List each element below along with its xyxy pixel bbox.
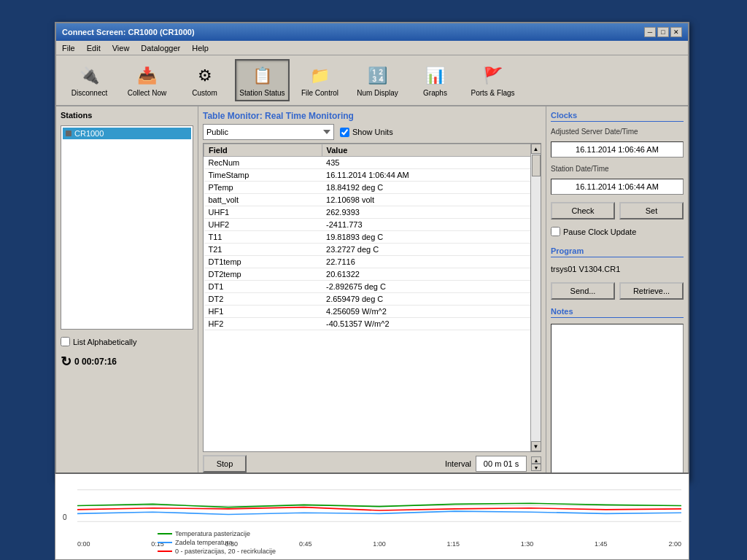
station-dot (66, 131, 71, 136)
scrollbar[interactable]: ▲ ▼ (530, 144, 541, 451)
pause-row: Pause Clock Update (551, 227, 684, 236)
value-cell: -2411.773 (322, 219, 540, 231)
legend-line (158, 551, 172, 552)
graph-legend: Temperatura pasterizacijeZadela temperat… (158, 530, 276, 556)
x-axis-label: 1:15 (446, 540, 460, 548)
clocks-title: Clocks (551, 111, 684, 122)
field-cell: RecNum (204, 157, 322, 169)
table-monitor-title: Table Monitor: Real Time Monitoring (203, 111, 541, 121)
field-cell: T11 (204, 231, 322, 244)
table-row: RecNum435 (204, 157, 541, 169)
clock-buttons: Check Set (551, 202, 684, 219)
send-button[interactable]: Send... (551, 282, 615, 300)
timer-display: 0 00:07:16 (74, 357, 117, 367)
x-axis-label: 1:45 (595, 540, 608, 548)
adjusted-clock-value: 16.11.2014 1:06:46 AM (551, 141, 684, 158)
value-cell: 20.61322 (322, 268, 540, 281)
pause-clock-checkbox[interactable] (551, 227, 560, 236)
table-select[interactable]: Public (203, 124, 334, 140)
value-cell: 12.10698 volt (322, 194, 540, 206)
value-cell: 262.9393 (322, 206, 540, 219)
field-cell: batt_volt (204, 194, 322, 206)
field-cell: UHF2 (204, 219, 322, 231)
table-row: T1119.81893 deg C (204, 231, 541, 244)
show-units-label: Show Units (340, 128, 393, 137)
scroll-down-button[interactable]: ▼ (531, 441, 541, 451)
spin-down-button[interactable]: ▼ (531, 464, 541, 471)
table-row: UHF2-2411.773 (204, 219, 541, 231)
retrieve-button[interactable]: Retrieve... (619, 282, 684, 300)
station-clock-label: Station Date/Time (551, 165, 684, 173)
file-control-icon: 📁 (309, 64, 332, 88)
value-header: Value (322, 144, 540, 157)
graph-area: 0 0:000:150:300:451:001:151:301:452:00 T… (55, 472, 689, 560)
maximize-button[interactable]: □ (657, 27, 669, 37)
field-cell: TimeStamp (204, 169, 322, 182)
spin-buttons: ▲ ▼ (531, 456, 541, 471)
scroll-up-button[interactable]: ▲ (531, 144, 541, 154)
check-button[interactable]: Check (551, 202, 615, 219)
graphs-button[interactable]: 📊 Graphs (408, 59, 462, 101)
num-display-button[interactable]: 🔢 Num Display (350, 59, 405, 101)
disconnect-icon: 🔌 (78, 64, 101, 88)
x-axis-label: 0:45 (299, 540, 312, 548)
data-table: Field Value RecNum435TimeStamp16.11.2014… (204, 144, 541, 330)
timer-row: ↻ 0 00:07:16 (61, 354, 193, 370)
field-cell: HF1 (204, 306, 322, 318)
menu-view[interactable]: View (109, 43, 133, 53)
notes-area[interactable] (551, 324, 684, 475)
custom-button[interactable]: ⚙ Custom (177, 59, 232, 101)
interval-input[interactable] (476, 456, 527, 472)
close-button[interactable]: ✕ (670, 27, 682, 37)
menu-edit[interactable]: Edit (84, 43, 104, 53)
legend-label: Zadela temperatura (175, 539, 233, 546)
legend-item: 0 - pasterizacijas, 20 - recirkulacije (158, 548, 276, 555)
ports-flags-button[interactable]: 🚩 Ports & Flags (465, 59, 520, 101)
field-cell: DT2temp (204, 268, 322, 281)
disconnect-button[interactable]: 🔌 Disconnect (62, 59, 117, 101)
sidebar-title: Stations (61, 111, 193, 120)
collect-now-button[interactable]: 📥 Collect Now (120, 59, 174, 101)
interval-label: Interval (445, 459, 471, 468)
value-cell: -40.51357 W/m^2 (322, 318, 540, 330)
station-item-cr1000[interactable]: CR1000 (63, 128, 191, 139)
field-cell: PTemp (204, 182, 322, 194)
table-row: DT2temp20.61322 (204, 268, 541, 281)
table-controls: Public Show Units (203, 124, 541, 140)
table-row: UHF1262.9393 (204, 206, 541, 219)
legend-line (158, 533, 172, 534)
menu-file[interactable]: File (59, 43, 78, 53)
legend-item: Temperatura pasterizacije (158, 530, 276, 537)
legend-label: Temperatura pasterizacije (175, 530, 250, 537)
value-cell: -2.892675 deg C (322, 281, 540, 293)
title-bar: Connect Screen: CR1000 (CR1000) ─ □ ✕ (56, 23, 688, 41)
x-axis-label: 2:00 (668, 540, 681, 548)
show-units-checkbox[interactable] (340, 128, 349, 137)
num-display-icon: 🔢 (366, 64, 390, 88)
scroll-track[interactable] (531, 154, 541, 441)
x-axis-label: 1:00 (373, 540, 386, 548)
field-cell: HF2 (204, 318, 322, 330)
timer-icon: ↻ (61, 354, 71, 370)
field-cell: UHF1 (204, 206, 322, 219)
menu-datalogger[interactable]: Datalogger (138, 43, 183, 53)
list-alphabetically-checkbox[interactable] (61, 337, 70, 346)
stop-button[interactable]: Stop (203, 455, 247, 472)
value-cell: 19.81893 deg C (322, 231, 540, 244)
program-title: Program (551, 246, 684, 257)
file-control-button[interactable]: 📁 File Control (293, 59, 347, 101)
table-monitor: Table Monitor: Real Time Monitoring Publ… (203, 111, 541, 475)
minimize-button[interactable]: ─ (644, 27, 656, 37)
value-cell: 4.256059 W/m^2 (322, 306, 540, 318)
station-status-icon: 📋 (251, 64, 274, 88)
value-cell: 22.7116 (322, 256, 540, 268)
spin-up-button[interactable]: ▲ (531, 456, 541, 464)
toolbar: 🔌 Disconnect 📥 Collect Now ⚙ Custom 📋 St… (56, 55, 688, 106)
station-status-button[interactable]: 📋 Station Status (235, 59, 290, 101)
menu-help[interactable]: Help (189, 43, 212, 53)
station-name: CR1000 (74, 129, 104, 138)
graph-inner: 0 0:000:150:300:451:001:151:301:452:00 T… (55, 474, 689, 559)
scroll-thumb[interactable] (532, 155, 541, 176)
clocks-panel: Clocks Adjusted Server Date/Time 16.11.2… (546, 106, 688, 480)
set-button[interactable]: Set (619, 202, 684, 219)
